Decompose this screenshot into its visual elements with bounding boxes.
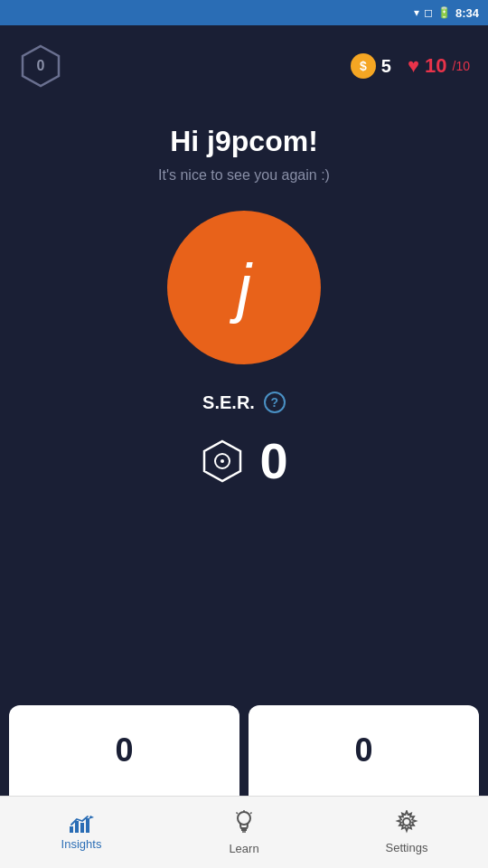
bottom-nav: Insights Learn Settings: [0, 796, 488, 868]
svg-marker-8: [89, 816, 94, 819]
coins-count: 5: [381, 56, 391, 77]
bottom-cards: 0 0: [0, 705, 488, 796]
lives-max: /10: [453, 59, 470, 73]
lives-count: 10: [425, 54, 446, 78]
help-text: ?: [271, 395, 279, 410]
top-bar: 0 $ 5 ♥ 10 /10: [0, 34, 488, 98]
svg-rect-4: [70, 826, 73, 833]
status-icons: ▾ ◻ 🔋 8:34: [414, 6, 479, 20]
greeting-title: Hi j9pcom!: [170, 125, 318, 158]
score-value: 0: [259, 431, 287, 490]
settings-icon: [395, 810, 418, 834]
svg-point-3: [221, 459, 224, 463]
score-section: 0: [200, 431, 287, 490]
nav-item-learn[interactable]: Learn: [163, 809, 325, 855]
insights-icon: [69, 814, 94, 834]
ser-label: S.E.R.: [202, 392, 255, 413]
badge-value: 0: [37, 58, 45, 74]
card-left-value: 0: [115, 731, 133, 769]
signal-icon: ◻: [424, 6, 433, 19]
greeting-section: Hi j9pcom! It's nice to see you again :): [158, 125, 330, 184]
svg-line-14: [250, 813, 252, 815]
wifi-icon: ▾: [414, 6, 419, 19]
nav-label-settings: Settings: [386, 841, 428, 854]
nav-label-insights: Insights: [61, 837, 102, 851]
svg-rect-5: [75, 821, 79, 833]
ser-section: S.E.R. ?: [202, 392, 286, 413]
svg-rect-6: [80, 823, 84, 833]
svg-line-13: [237, 813, 239, 815]
score-hex-icon: [200, 439, 245, 484]
avatar-section: j: [167, 211, 321, 364]
svg-rect-7: [86, 818, 89, 833]
card-right: 0: [249, 705, 479, 796]
nav-item-insights[interactable]: Insights: [0, 814, 163, 851]
help-icon[interactable]: ?: [264, 392, 286, 413]
status-time: 8:34: [455, 6, 479, 20]
hexagon-badge[interactable]: 0: [18, 43, 63, 89]
battery-icon: 🔋: [437, 6, 451, 19]
learn-icon: [233, 809, 255, 835]
settings-icon-container: [395, 810, 418, 837]
nav-label-learn: Learn: [229, 842, 258, 855]
lives-display: ♥ 10 /10: [408, 54, 470, 78]
svg-point-9: [238, 812, 250, 825]
main-content: 0 $ 5 ♥ 10 /10 Hi j9pcom! It's nice to s…: [0, 25, 488, 796]
score-hexagon-icon: [200, 439, 245, 484]
card-left: 0: [9, 705, 239, 796]
learn-icon-container: [233, 809, 255, 838]
coin-icon: $: [351, 53, 376, 79]
greeting-subtitle: It's nice to see you again :): [158, 167, 330, 184]
avatar-letter: j: [237, 250, 251, 325]
status-bar: ▾ ◻ 🔋 8:34: [0, 0, 488, 25]
heart-icon: ♥: [408, 54, 419, 78]
avatar[interactable]: j: [167, 211, 321, 364]
nav-item-settings[interactable]: Settings: [325, 810, 488, 854]
coins-display: $ 5: [351, 53, 391, 79]
card-right-value: 0: [354, 731, 372, 769]
svg-point-15: [403, 818, 410, 826]
top-right-stats: $ 5 ♥ 10 /10: [351, 53, 470, 79]
insights-icon-container: [69, 814, 94, 834]
